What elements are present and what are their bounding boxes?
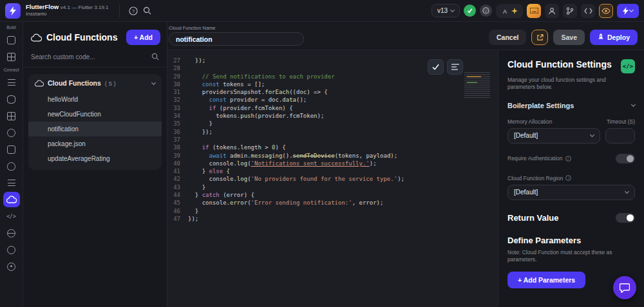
code-view-icon[interactable]	[581, 4, 595, 18]
parameters-note: Note: Cloud Function must accept these a…	[507, 249, 623, 264]
chevron-down-icon	[629, 8, 634, 12]
firestore-icon[interactable]	[3, 91, 20, 107]
memory-value: [Default]	[514, 132, 538, 139]
code-line: 34 tokens.push(provider.fcmToken);	[167, 112, 498, 120]
build-status-icon[interactable]	[464, 5, 476, 17]
sidebar-item-notification[interactable]: notification	[28, 122, 162, 136]
data-types-icon[interactable]	[3, 108, 20, 124]
require-auth-toggle[interactable]	[616, 154, 635, 163]
region-value: [Default]	[514, 189, 538, 196]
integrations-icon[interactable]	[3, 242, 20, 257]
code-line: 39 await admin.messaging().sendToDevice(…	[167, 152, 498, 160]
code-line: 47});	[167, 215, 498, 223]
feedback-smiley-icon[interactable]	[480, 5, 492, 17]
users-icon[interactable]	[3, 158, 20, 174]
cancel-button[interactable]: Cancel	[489, 30, 526, 45]
rail-build-label: Build	[6, 25, 15, 30]
app-name: FlutterFlow	[26, 3, 59, 10]
api-calls-icon[interactable]	[3, 225, 20, 241]
code-lines: 27 });28 29 // Send notifications to eac…	[167, 50, 498, 223]
add-function-button[interactable]: + Add	[126, 30, 160, 45]
search-icon	[151, 53, 159, 60]
sparkle-icon	[511, 8, 518, 14]
deploy-button[interactable]: Deploy	[590, 30, 638, 45]
code-line: 43 }	[167, 183, 498, 191]
boilerplate-settings-header[interactable]: Boilerplate Settings	[507, 102, 635, 109]
tools-pill[interactable]: A	[496, 4, 523, 18]
sidebar-item-updateAverageRating[interactable]: updateAverageRating	[28, 151, 162, 166]
define-parameters-label: Define Parameters	[507, 236, 581, 245]
cloud-functions-section-header[interactable]: Cloud Functions ( 5 )	[28, 74, 162, 92]
editor-minimap[interactable]	[464, 72, 490, 99]
topbar-divider	[119, 5, 120, 17]
sidebar-item-helloWorld[interactable]: helloWorld	[28, 92, 162, 107]
sidebar-item-package.json[interactable]: package.json	[28, 136, 162, 151]
boilerplate-label: Boilerplate Settings	[507, 102, 632, 109]
media-assets-icon[interactable]	[3, 142, 20, 157]
chevron-down-icon	[631, 102, 636, 107]
cloud-icon	[31, 33, 42, 42]
function-name-input[interactable]	[169, 32, 304, 46]
keyboard-shortcuts-icon[interactable]	[527, 4, 541, 18]
version-dropdown[interactable]: v13	[431, 4, 460, 17]
require-auth-label: Require Authenticationi	[507, 155, 571, 162]
function-list: helloWorldnewCloudFunctionnotificationpa…	[28, 92, 162, 166]
persona-icon[interactable]	[545, 4, 559, 18]
sidebar-item-newCloudFunction[interactable]: newCloudFunction	[28, 107, 162, 122]
code-line: 31 providersSnapshot.forEach((doc) => {	[167, 88, 498, 96]
code-line: 40 console.log('Notifications sent succe…	[167, 160, 498, 167]
svg-text:?: ?	[131, 8, 135, 14]
preview-eye-button[interactable]	[599, 4, 613, 18]
memory-allocation-select[interactable]: [Default]	[507, 128, 600, 144]
topbar: FlutterFlow v4.1 — Flutter 3.19.1 Inssta…	[0, 0, 644, 22]
timeout-input[interactable]	[605, 128, 635, 144]
code-line: 35 }	[167, 120, 498, 127]
cloud-functions-icon[interactable]	[3, 192, 20, 207]
format-code-button[interactable]	[447, 59, 463, 75]
code-badge-icon[interactable]: </>	[621, 59, 635, 73]
custom-code-icon[interactable]: </>	[3, 209, 20, 224]
help-icon[interactable]: ?	[126, 4, 140, 18]
info-icon[interactable]: i	[565, 175, 571, 181]
export-icon	[536, 34, 544, 41]
search-icon[interactable]	[140, 4, 155, 18]
section-count: ( 5 )	[105, 80, 148, 87]
return-value-toggle[interactable]	[616, 213, 635, 223]
translate-icon: A	[502, 8, 508, 14]
code-line: 42 console.log('No providers found for t…	[167, 175, 498, 183]
chevron-down-icon	[151, 80, 156, 84]
save-button[interactable]: Save	[553, 30, 585, 45]
check-icon	[432, 64, 439, 70]
cloud-functions-sidebar: Cloud Functions + Add Cloud Functions ( …	[23, 22, 167, 307]
code-line: 30 const tokens = [];	[167, 80, 498, 88]
storyboard-icon[interactable]	[3, 75, 20, 90]
automations-icon[interactable]	[3, 175, 20, 191]
code-editor[interactable]: 27 });28 29 // Send notifications to eac…	[167, 50, 498, 307]
app-values-icon[interactable]	[3, 125, 20, 140]
version-label: v13	[437, 7, 448, 14]
settings-subtitle: Manage your cloud function settings and …	[507, 77, 617, 91]
open-external-button[interactable]	[531, 30, 548, 45]
section-label: Cloud Functions	[48, 79, 101, 87]
code-line: 37	[167, 136, 498, 144]
rail-connect-section: </>	[3, 73, 20, 275]
run-button[interactable]	[617, 4, 639, 18]
add-parameters-button[interactable]: + Add Parameters	[507, 272, 585, 288]
chat-icon	[620, 283, 630, 293]
region-select[interactable]: [Default]	[507, 185, 635, 200]
settings-gear-icon[interactable]	[3, 259, 20, 274]
search-custom-code-input[interactable]	[31, 53, 151, 60]
flutterflow-logo-icon[interactable]	[5, 3, 21, 19]
code-line: 44 } catch (error) {	[167, 191, 498, 199]
validate-code-button[interactable]	[428, 59, 444, 75]
function-name-label: Cloud Function Name	[158, 25, 216, 31]
search-bar	[23, 50, 167, 68]
code-line: 38 if (tokens.length > 0) {	[167, 144, 498, 151]
page-selector-icon[interactable]	[3, 32, 20, 48]
code-line: 46 }	[167, 207, 498, 215]
branch-icon[interactable]	[563, 4, 577, 18]
memory-allocation-label: Memory Allocation	[507, 118, 552, 125]
info-icon[interactable]: i	[565, 156, 571, 162]
support-chat-button[interactable]	[613, 276, 636, 299]
widget-palette-icon[interactable]	[3, 49, 20, 64]
